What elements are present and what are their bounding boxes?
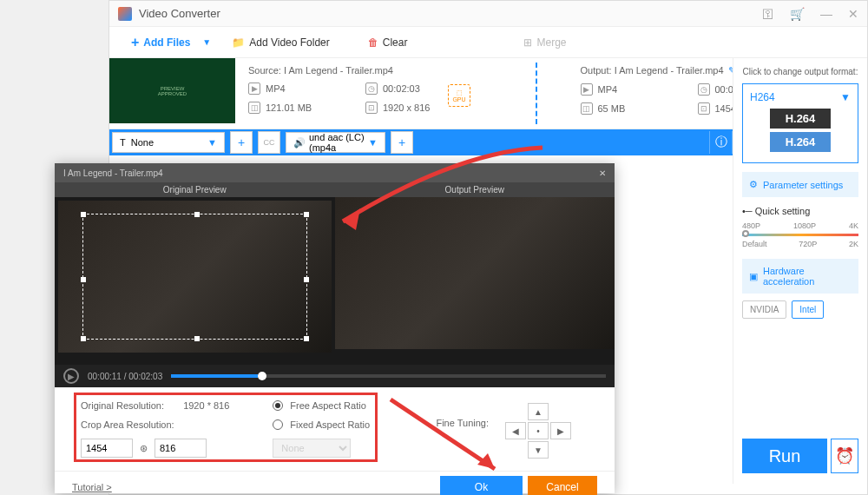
size-icon: ◫ <box>581 102 593 115</box>
aspect-ratio-select[interactable]: None <box>273 439 351 458</box>
gpu-badge: ⬚GPU <box>448 84 470 107</box>
add-files-dropdown[interactable]: ▼ <box>202 37 211 47</box>
cancel-button[interactable]: Cancel <box>528 476 597 496</box>
crop-rectangle[interactable] <box>82 214 307 340</box>
clock-icon: ◷ <box>365 82 378 95</box>
tune-up-button[interactable]: ▲ <box>528 403 549 420</box>
run-button[interactable]: Run <box>742 439 827 473</box>
format-icon: ▶ <box>248 82 260 95</box>
h264-badge: H.264 <box>770 109 831 129</box>
fixed-aspect-radio[interactable] <box>273 419 283 430</box>
cart-icon[interactable]: 🛒 <box>790 7 805 21</box>
tune-down-button[interactable]: ▼ <box>528 441 549 459</box>
chip-icon: ▣ <box>749 271 758 282</box>
plus-icon: + <box>131 35 139 50</box>
merge-button[interactable]: ⊞ Merge <box>515 32 575 53</box>
tune-left-button[interactable]: ◀ <box>505 422 526 439</box>
cc-button[interactable]: CC <box>258 131 280 154</box>
clock-icon: ◷ <box>698 83 710 96</box>
add-audio-button[interactable]: + <box>391 131 413 154</box>
parameter-settings-button[interactable]: ⚙ Parameter settings <box>742 172 858 197</box>
tune-right-button[interactable]: ▶ <box>550 422 571 439</box>
resolution-icon: ⊡ <box>365 102 378 114</box>
size-icon: ◫ <box>248 102 260 114</box>
dialog-close-button[interactable]: ✕ <box>599 168 606 178</box>
output-preview-image <box>335 197 615 349</box>
ok-button[interactable]: Ok <box>440 476 523 496</box>
video-thumbnail[interactable]: PREVIEWAPPROVED <box>109 58 235 123</box>
original-preview: Original Preview <box>55 182 335 365</box>
clear-button[interactable]: 🗑 Clear <box>359 32 417 53</box>
free-aspect-radio[interactable] <box>273 400 283 411</box>
output-preview: Output Preview <box>335 182 615 365</box>
h264-badge-blue: H.264 <box>770 132 831 152</box>
fine-tuning-pad: ▲ ◀ • ▶ ▼ <box>505 403 571 459</box>
original-preview-image[interactable] <box>58 201 332 353</box>
trash-icon: 🗑 <box>368 36 378 49</box>
key-icon[interactable]: ⚿ <box>762 7 774 21</box>
format-label: Click to change output format: <box>742 67 858 76</box>
hw-accel-button[interactable]: ▣ Hardware acceleration <box>742 259 858 294</box>
main-toolbar: + Add Files ▼ 📁 Add Video Folder 🗑 Clear… <box>109 27 867 58</box>
progress-slider[interactable] <box>171 374 606 378</box>
dialog-titlebar: I Am Legend - Trailer.mp4 ✕ <box>55 163 615 182</box>
play-button[interactable]: ▶ <box>63 368 79 384</box>
chevron-down-icon: ▼ <box>840 91 851 103</box>
nvidia-button[interactable]: NVIDIA <box>742 300 786 319</box>
add-folder-button[interactable]: 📁 Add Video Folder <box>223 32 339 53</box>
crop-dialog: I Am Legend - Trailer.mp4 ✕ Original Pre… <box>55 163 615 493</box>
resolution-icon: ⊡ <box>698 102 710 115</box>
format-selector[interactable]: H264▼ H.264 H.264 <box>742 83 858 163</box>
quick-setting-label: •─ Quick setting <box>742 206 858 216</box>
close-button[interactable]: ✕ <box>848 7 858 21</box>
quality-slider[interactable] <box>742 234 858 236</box>
app-logo-icon <box>118 7 132 21</box>
timecode: 00:00:11 / 00:02:03 <box>88 372 162 381</box>
source-info: Source: I Am Legend - Trailer.mp4 ▶MP4 ◷… <box>235 58 536 129</box>
title-bar: Video Converter ⚿ 🛒 — ✕ <box>109 1 867 27</box>
info-button[interactable]: ⓘ <box>709 131 732 154</box>
tutorial-link[interactable]: Tutorial > <box>72 482 112 492</box>
intel-button[interactable]: Intel <box>792 300 824 319</box>
lock-aspect-icon[interactable]: ⊛ <box>140 443 148 454</box>
audio-dropdown[interactable]: 🔊und aac (LC) (mp4a▼ <box>286 132 385 153</box>
playback-bar: ▶ 00:00:11 / 00:02:03 <box>55 365 615 387</box>
minimize-button[interactable]: — <box>820 7 832 21</box>
crop-height-input[interactable] <box>155 439 207 458</box>
app-title: Video Converter <box>139 7 220 20</box>
right-panel: Click to change output format: H264▼ H.2… <box>733 58 867 484</box>
dialog-footer: Tutorial > Ok Cancel <box>55 471 615 495</box>
sliders-icon: ⚙ <box>749 179 758 190</box>
crop-controls: Original Resolution: 1920 * 816 Crop Are… <box>55 387 615 471</box>
fine-tuning-label: Fine Tuning: <box>436 418 489 428</box>
schedule-button[interactable]: ⏰ <box>831 439 858 473</box>
subtitle-dropdown[interactable]: TNone▼ <box>112 132 225 153</box>
format-icon: ▶ <box>581 83 593 96</box>
merge-icon: ⊞ <box>523 36 532 49</box>
crop-width-input[interactable] <box>81 439 133 458</box>
folder-icon: 📁 <box>232 36 245 49</box>
add-subtitle-button[interactable]: + <box>230 131 253 154</box>
add-files-button[interactable]: + Add Files <box>122 30 199 55</box>
tune-center-button[interactable]: • <box>528 422 549 439</box>
